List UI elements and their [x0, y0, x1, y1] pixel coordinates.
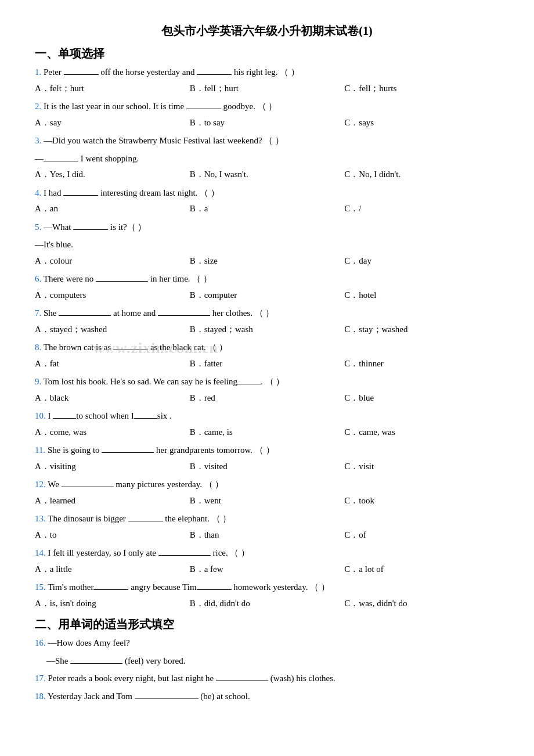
question-14: 14. I felt ill yesterday, so I only ate … [35, 546, 499, 561]
option-12c: C．took [344, 494, 499, 509]
option-3a: A．Yes, I did. [35, 167, 190, 182]
question-2: 2. It is the last year in our school. It… [35, 99, 499, 114]
page-title: 包头市小学英语六年级小升初期末试卷(1) [35, 23, 499, 39]
question-3: 3. —Did you watch the Strawberry Music F… [35, 134, 499, 149]
option-15c: C．was, didn't do [344, 596, 499, 611]
option-3b: B．No, I wasn't. [190, 167, 345, 182]
option-10c: C．came, was [344, 425, 499, 440]
question-16: 16. —How does Amy feel? [35, 636, 499, 651]
option-8b: B．fatter [190, 357, 345, 372]
option-10b: B．came, is [190, 425, 345, 440]
option-2a: A．say [35, 116, 190, 131]
question-3-line2: — I went shopping. [35, 152, 499, 167]
option-6a: A．computers [35, 288, 190, 303]
question-6: 6. There were no in her time. （ ） [35, 272, 499, 287]
question-10: 10. I to school when Isix . [35, 409, 499, 424]
question-1: 1. Peter off the horse yesterday and his… [35, 65, 499, 80]
option-11a: A．visiting [35, 459, 190, 474]
option-7b: B．stayed；wash [190, 322, 345, 337]
option-5b: B．size [190, 254, 345, 269]
option-14a: A．a little [35, 562, 190, 577]
option-13b: B．than [190, 528, 345, 543]
option-10a: A．come, was [35, 425, 190, 440]
option-12a: A．learned [35, 494, 190, 509]
section1-title: 一、单项选择 [35, 46, 499, 62]
option-4b: B．a [190, 201, 345, 217]
option-12b: B．went [190, 494, 345, 509]
option-13c: C．of [344, 528, 499, 543]
option-6b: B．computer [190, 288, 345, 303]
option-5a: A．colour [35, 254, 190, 269]
option-13a: A．to [35, 528, 190, 543]
option-8a: A．fat [35, 357, 190, 372]
section2-title: 二、用单词的适当形式填空 [35, 617, 499, 632]
question-5-line2: —It's blue. [35, 237, 499, 253]
option-6c: C．hotel [344, 288, 499, 303]
option-9a: A．black [35, 391, 190, 406]
option-8c: C．thinner [344, 357, 499, 372]
question-8: 8. The brown cat is as as the black cat.… [35, 340, 499, 355]
option-5c: C．day [344, 254, 499, 269]
option-1c: C．fell；hurts [344, 81, 499, 96]
option-11c: C．visit [344, 459, 499, 474]
option-1b: B．fell；hurt [190, 81, 345, 96]
option-2b: B．to say [190, 116, 345, 131]
option-4a: A．an [35, 201, 190, 217]
option-2c: C．says [344, 116, 499, 131]
option-3c: C．No, I didn't. [344, 167, 499, 182]
option-9b: B．red [190, 391, 345, 406]
option-15b: B．did, didn't do [190, 596, 345, 611]
option-7a: A．stayed；washed [35, 322, 190, 337]
question-16-line2: —She (feel) very bored. [46, 654, 499, 669]
question-11: 11. She is going to her grandparents tom… [35, 443, 499, 458]
question-12: 12. We many pictures yesterday. （ ） [35, 477, 499, 492]
question-5: 5. —What is it?（ ） [35, 220, 499, 235]
question-9: 9. Tom lost his book. He's so sad. We ca… [35, 375, 499, 390]
question-17: 17. Peter reads a book every night, but … [35, 671, 499, 686]
question-4: 4. I had interesting dream last night. （… [35, 186, 499, 201]
option-4c: C．/ [344, 201, 499, 217]
question-7: 7. She at home and her clothes. （ ） [35, 306, 499, 321]
option-11b: B．visited [190, 459, 345, 474]
question-15: 15. Tim's mother angry because Tim homew… [35, 580, 499, 595]
option-9c: C．blue [344, 391, 499, 406]
option-15a: A．is, isn't doing [35, 596, 190, 611]
question-18: 18. Yesterday Jack and Tom (be) at schoo… [35, 689, 499, 704]
option-1a: A．felt；hurt [35, 81, 190, 96]
option-7c: C．stay；washed [344, 322, 499, 337]
option-14b: B．a few [190, 562, 345, 577]
question-13: 13. The dinosaur is bigger the elephant.… [35, 512, 499, 527]
option-14c: C．a lot of [344, 562, 499, 577]
